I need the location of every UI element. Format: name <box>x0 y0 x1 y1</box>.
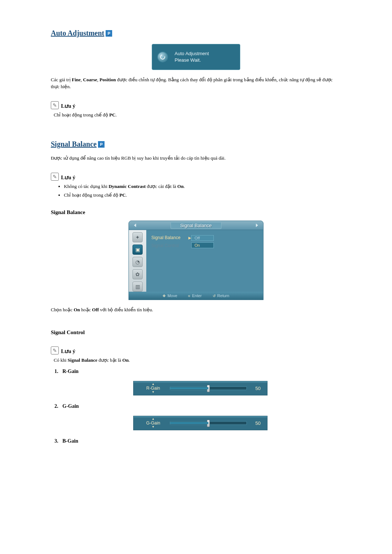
list-item-b-gain: B-Gain <box>60 438 341 444</box>
pc-mode-badge-icon: P <box>98 141 105 148</box>
osd-body: ✦ ▣ ◔ ✿ ▥ Signal Balance Signal Control … <box>129 230 263 292</box>
note-body: Không có tác dụng khi Dynamic Contrast đ… <box>54 183 341 198</box>
chevron-right-icon <box>256 223 258 227</box>
heading-text: Signal Balance <box>51 140 97 148</box>
note-icon: ✎ <box>51 173 59 181</box>
gain-label: G-Gain <box>62 403 79 409</box>
heading-auto-adjustment: Auto Adjustment P <box>51 29 341 37</box>
osd-screenshot-wrap: Signal Balance ✦ ▣ ◔ ✿ ▥ Signal Balance … <box>51 221 341 300</box>
slider-g-gain-wrap: ▲ G-Gain ▼ 50 <box>60 416 341 430</box>
slider-label-col: ▲ R-Gain ▼ <box>142 383 165 394</box>
osd-value-on: On <box>191 242 214 248</box>
pc-mode-badge-icon: P <box>106 30 112 37</box>
slider-track <box>170 386 247 390</box>
osd-side-nav: ✦ ▣ ◔ ✿ ▥ <box>129 230 146 292</box>
slider-value: 50 <box>252 386 261 391</box>
slider-name: G-Gain <box>146 421 160 425</box>
signal-balance-desc: Được sử dụng để nâng cao tín hiệu RGB bị… <box>51 155 341 162</box>
note-icon: ✎ <box>51 101 59 109</box>
caret-right-icon: ▶ <box>188 236 191 240</box>
document-page: Auto Adjustment P Auto Adjustment Please… <box>0 0 392 474</box>
note-icon: ✎ <box>51 346 59 354</box>
auto-adjustment-desc: Các giá trị Fine, Coarse, Position được … <box>51 77 341 90</box>
gain-label: R-Gain <box>62 369 78 374</box>
slider-g-gain: ▲ G-Gain ▼ 50 <box>133 416 268 430</box>
note-header: ✎ Lưu ý <box>51 101 341 109</box>
subhead-signal-balance: Signal Balance <box>51 209 341 216</box>
osd-footer: ✥Move ⎆Enter ↺Return <box>129 292 263 300</box>
gain-list: R-Gain ▲ R-Gain ▼ 50 G-Gain <box>60 369 341 444</box>
note-block-sc: ✎ Lưu ý Có khi Signal Balance được bật l… <box>51 346 341 364</box>
popup-line2: Please Wait. <box>175 57 209 63</box>
note-body: Có khi Signal Balance được bật là On. <box>54 357 341 364</box>
osd-hint-move: ✥Move <box>163 294 177 298</box>
chevron-down-icon: ▼ <box>152 426 155 428</box>
slider-label-col: ▲ G-Gain ▼ <box>142 418 165 428</box>
note-block-sb: ✎ Lưu ý Không có tác dụng khi Dynamic Co… <box>51 173 341 198</box>
tools-icon: ✦ <box>132 232 143 242</box>
multi-screen-icon: ▥ <box>132 282 143 292</box>
auto-adjustment-popup: Auto Adjustment Please Wait. <box>152 44 240 70</box>
popup-text: Auto Adjustment Please Wait. <box>175 50 209 63</box>
osd-menu-item-selected: Signal Balance <box>151 235 191 240</box>
gear-icon: ✿ <box>132 269 143 279</box>
slider-name: R-Gain <box>146 386 160 390</box>
list-item: Không có tác dụng khi Dynamic Contrast đ… <box>64 183 341 190</box>
chevron-up-icon: ▲ <box>152 418 155 420</box>
osd-title: Signal Balance <box>171 222 222 229</box>
note-label: Lưu ý <box>61 103 75 109</box>
move-icon: ✥ <box>163 294 166 298</box>
osd-panel: Signal Balance ✦ ▣ ◔ ✿ ▥ Signal Balance … <box>128 221 264 300</box>
chevron-up-icon: ▲ <box>152 383 155 386</box>
picture-icon: ▣ <box>132 245 143 255</box>
slider-r-gain: ▲ R-Gain ▼ 50 <box>133 381 268 395</box>
note-block-auto: ✎ Lưu ý Chỉ hoạt động trong chế độ PC. <box>51 101 341 119</box>
note-header: ✎ Lưu ý <box>51 173 341 181</box>
heading-signal-balance: Signal Balance P <box>51 140 341 148</box>
note-header: ✎ Lưu ý <box>51 346 341 354</box>
chevron-down-icon: ▼ <box>152 391 155 394</box>
osd-titlebar: Signal Balance <box>129 221 263 230</box>
note-label: Lưu ý <box>61 174 75 181</box>
choose-on-off-text: Chọn hoặc On hoặc Off với bộ điều khiển … <box>51 307 341 313</box>
slider-track <box>170 421 247 425</box>
chevron-left-icon <box>134 223 136 227</box>
list-item-r-gain: R-Gain ▲ R-Gain ▼ 50 <box>60 369 341 395</box>
auto-adjustment-popup-wrap: Auto Adjustment Please Wait. <box>51 44 341 70</box>
list-item-g-gain: G-Gain ▲ G-Gain ▼ 50 <box>60 403 341 430</box>
heading-text: Auto Adjustment <box>51 29 104 37</box>
return-icon: ↺ <box>213 294 216 298</box>
subhead-signal-control: Signal Control <box>51 329 341 336</box>
power-icon: ◔ <box>132 257 143 267</box>
osd-menu-labels: Signal Balance Signal Control <box>151 235 191 292</box>
osd-hint-return: ↺Return <box>213 294 229 298</box>
slider-thumb <box>207 420 210 427</box>
osd-menu-values: ▶ Off On <box>191 235 224 292</box>
note-body: Chỉ hoạt động trong chế độ PC. <box>54 111 341 119</box>
list-item: Chỉ hoạt động trong chế độ PC. <box>64 192 341 199</box>
slider-thumb <box>207 385 210 392</box>
slider-value: 50 <box>252 420 261 426</box>
osd-hint-enter: ⎆Enter <box>188 294 201 298</box>
note-label: Lưu ý <box>61 348 75 354</box>
osd-main: Signal Balance Signal Control ▶ Off On <box>146 230 263 292</box>
slider-r-gain-wrap: ▲ R-Gain ▼ 50 <box>60 381 341 395</box>
osd-menu-item-dimmed: Signal Control <box>151 243 191 248</box>
spinner-icon <box>157 52 168 62</box>
osd-value-off: Off <box>191 235 214 241</box>
popup-line1: Auto Adjustment <box>175 50 209 57</box>
gain-label: B-Gain <box>62 438 78 444</box>
enter-icon: ⎆ <box>188 294 190 298</box>
